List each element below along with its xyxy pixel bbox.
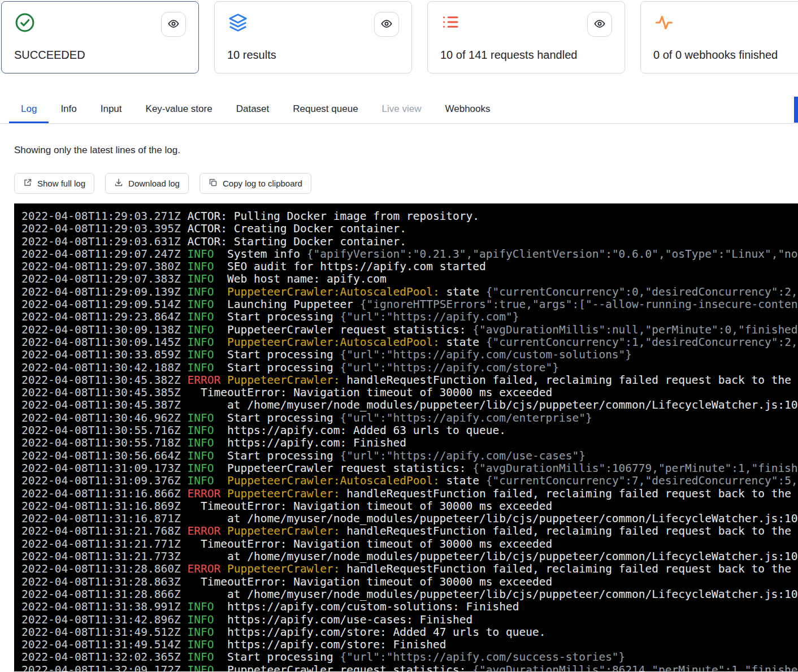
pulse-icon <box>653 12 675 36</box>
tab-log[interactable]: Log <box>9 96 49 123</box>
log-line: 2022-04-08T11:31:49.514Z INFO https://ap… <box>21 639 796 651</box>
log-line: 2022-04-08T11:31:09.173Z INFO PuppeteerC… <box>21 462 796 475</box>
actor-run-detail-page: SUCCEEDED 10 results 1 <box>0 0 798 672</box>
tab-overflow-indicator <box>794 97 798 123</box>
log-line: 2022-04-08T11:29:03.631Z ACTOR: Starting… <box>21 236 796 248</box>
show-full-log-button[interactable]: Show full log <box>14 173 94 194</box>
status-cards-row: SUCCEEDED 10 results 1 <box>1 1 798 73</box>
run-status-label: SUCCEEDED <box>14 49 186 62</box>
layers-icon <box>227 12 249 36</box>
status-card-requests[interactable]: 10 of 141 requests handled <box>427 1 625 73</box>
card-top <box>440 12 612 37</box>
log-line: 2022-04-08T11:29:09.514Z INFO Launching … <box>21 298 796 311</box>
log-line: 2022-04-08T11:31:49.512Z INFO https://ap… <box>21 626 796 639</box>
log-line: 2022-04-08T11:29:07.247Z INFO System inf… <box>21 248 796 261</box>
log-notice: Showing only the latest lines of the log… <box>14 145 798 156</box>
status-card-results[interactable]: 10 results <box>214 1 412 73</box>
log-line: 2022-04-08T11:30:45.385Z TimeoutError: N… <box>21 387 796 399</box>
log-line: 2022-04-08T11:31:21.771Z TimeoutError: N… <box>21 538 796 550</box>
tab-bar: LogInfoInputKey-value storeDatasetReques… <box>0 96 798 123</box>
log-line: 2022-04-08T11:30:45.382Z ERROR Puppeteer… <box>21 374 796 387</box>
view-results-button[interactable] <box>374 12 399 37</box>
results-label: 10 results <box>227 49 399 62</box>
log-line: 2022-04-08T11:31:16.871Z at /home/myuser… <box>21 513 796 525</box>
tab-request-queue[interactable]: Request queue <box>281 96 370 123</box>
log-line: 2022-04-08T11:31:09.376Z INFO PuppeteerC… <box>21 475 796 487</box>
external-link-icon <box>23 178 32 189</box>
log-actions: Show full log Download log Copy log to c… <box>14 173 798 194</box>
copy-icon <box>209 178 218 189</box>
log-line: 2022-04-08T11:31:16.869Z TimeoutError: N… <box>21 500 796 513</box>
log-line: 2022-04-08T11:29:07.380Z INFO SEO audit … <box>21 261 796 273</box>
log-line: 2022-04-08T11:31:42.896Z INFO https://ap… <box>21 614 796 626</box>
tab-live-view: Live view <box>370 96 433 123</box>
tab-dataset[interactable]: Dataset <box>224 96 281 123</box>
eye-icon <box>594 18 605 31</box>
log-line: 2022-04-08T11:30:45.387Z at /home/myuser… <box>21 399 796 411</box>
check-circle-icon <box>14 12 36 36</box>
eye-icon <box>168 18 179 31</box>
log-line: 2022-04-08T11:30:55.718Z INFO https://ap… <box>21 437 796 449</box>
log-line: 2022-04-08T11:31:28.866Z at /home/myuser… <box>21 588 796 601</box>
log-line: 2022-04-08T11:31:38.991Z INFO https://ap… <box>21 601 796 613</box>
tab-info[interactable]: Info <box>49 96 88 123</box>
card-top <box>653 12 798 36</box>
view-requests-button[interactable] <box>587 12 612 37</box>
show-full-log-label: Show full log <box>37 179 85 188</box>
log-line: 2022-04-08T11:29:23.864Z INFO Start proc… <box>21 311 796 323</box>
card-top <box>227 12 399 37</box>
download-log-label: Download log <box>128 179 180 188</box>
log-line: 2022-04-08T11:31:16.866Z ERROR Puppeteer… <box>21 488 796 500</box>
status-card-run-status[interactable]: SUCCEEDED <box>1 1 199 73</box>
log-line: 2022-04-08T11:29:07.383Z INFO Web host n… <box>21 273 796 285</box>
download-icon <box>114 178 123 189</box>
log-line: 2022-04-08T11:29:09.139Z INFO PuppeteerC… <box>21 286 796 298</box>
log-line: 2022-04-08T11:30:09.145Z INFO PuppeteerC… <box>21 336 796 349</box>
status-card-webhooks[interactable]: 0 of 0 webhooks finished <box>640 1 798 73</box>
tab-webhooks[interactable]: Webhooks <box>433 96 502 123</box>
log-line: 2022-04-08T11:30:42.188Z INFO Start proc… <box>21 362 796 374</box>
card-top <box>14 12 186 37</box>
tab-input[interactable]: Input <box>89 96 134 123</box>
log-line: 2022-04-08T11:30:56.664Z INFO Start proc… <box>21 450 796 462</box>
log-line: 2022-04-08T11:32:02.365Z INFO Start proc… <box>21 651 796 664</box>
log-line: 2022-04-08T11:31:21.768Z ERROR Puppeteer… <box>21 525 796 537</box>
log-line: 2022-04-08T11:31:28.863Z TimeoutError: N… <box>21 576 796 588</box>
log-line: 2022-04-08T11:29:03.271Z ACTOR: Pulling … <box>21 210 796 223</box>
list-icon <box>440 12 461 34</box>
log-line: 2022-04-08T11:29:03.395Z ACTOR: Creating… <box>21 223 796 235</box>
copy-log-button[interactable]: Copy log to clipboard <box>200 173 311 194</box>
requests-label: 10 of 141 requests handled <box>440 49 612 62</box>
copy-log-label: Copy log to clipboard <box>223 179 302 188</box>
log-line: 2022-04-08T11:30:46.962Z INFO Start proc… <box>21 412 796 424</box>
log-line: 2022-04-08T11:30:09.138Z INFO PuppeteerC… <box>21 324 796 336</box>
log-terminal[interactable]: 2022-04-08T11:29:03.271Z ACTOR: Pulling … <box>14 203 798 671</box>
webhooks-label: 0 of 0 webhooks finished <box>653 49 798 62</box>
tab-bar-wrap: LogInfoInputKey-value storeDatasetReques… <box>0 96 798 124</box>
watch-run-status-button[interactable] <box>161 12 186 37</box>
log-line: 2022-04-08T11:30:33.859Z INFO Start proc… <box>21 349 796 361</box>
log-line: 2022-04-08T11:30:55.716Z INFO https://ap… <box>21 424 796 437</box>
log-line: 2022-04-08T11:31:28.860Z ERROR Puppeteer… <box>21 563 796 575</box>
eye-icon <box>381 18 392 31</box>
log-line: 2022-04-08T11:31:21.773Z at /home/myuser… <box>21 550 796 563</box>
log-line: 2022-04-08T11:32:09.172Z INFO PuppeteerC… <box>21 664 796 671</box>
download-log-button[interactable]: Download log <box>105 173 189 194</box>
tab-key-value-store[interactable]: Key-value store <box>134 96 224 123</box>
